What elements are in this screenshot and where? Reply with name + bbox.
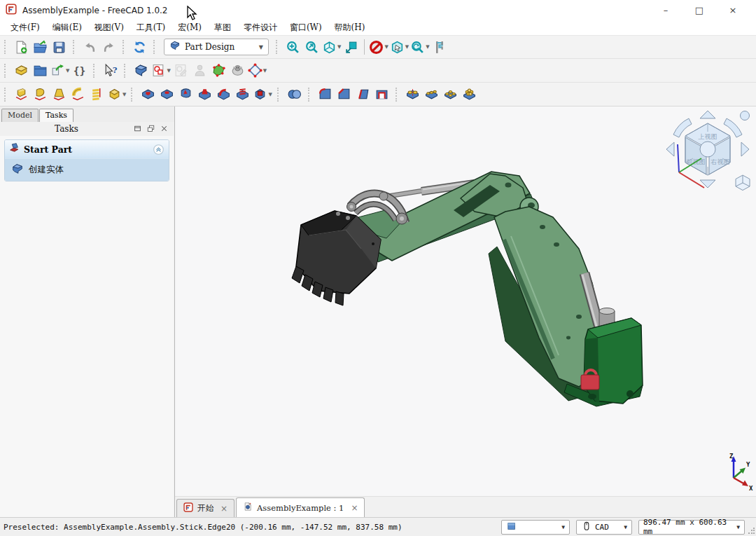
menu-item-2[interactable]: 视图(V) bbox=[88, 20, 130, 35]
toolbar-grip[interactable] bbox=[396, 88, 400, 102]
menu-item-6[interactable]: 零件设计 bbox=[237, 20, 284, 35]
validate-sketch-button[interactable] bbox=[209, 61, 228, 80]
chamfer-button[interactable] bbox=[335, 85, 354, 104]
group-folder-button[interactable] bbox=[31, 61, 50, 80]
dropdown-caret-icon[interactable]: ▼ bbox=[263, 68, 267, 74]
toolbar-grip[interactable] bbox=[124, 64, 128, 78]
save-button[interactable] bbox=[50, 38, 69, 57]
measure-button[interactable] bbox=[430, 38, 449, 57]
zoom-selection-button[interactable] bbox=[302, 38, 321, 57]
align-view-button[interactable] bbox=[342, 38, 360, 57]
additive-helix-button[interactable] bbox=[88, 85, 106, 104]
toolbar-grip[interactable] bbox=[277, 88, 281, 102]
datum-button[interactable]: ▼ bbox=[247, 61, 267, 80]
create-sketch-button[interactable]: ▼ bbox=[150, 61, 171, 80]
additive-loft-button[interactable] bbox=[50, 85, 69, 104]
dropdown-caret-icon[interactable]: ▼ bbox=[167, 68, 170, 74]
linear-pattern-button[interactable] bbox=[422, 85, 441, 104]
nav-mini-cube-icon[interactable] bbox=[736, 175, 750, 191]
boolean-button[interactable] bbox=[285, 85, 304, 104]
collapse-icon[interactable] bbox=[153, 144, 164, 156]
menu-item-5[interactable]: 草图 bbox=[208, 20, 237, 35]
multitransform-button[interactable] bbox=[460, 85, 479, 104]
open-folder-button[interactable] bbox=[31, 38, 50, 57]
groove-button[interactable] bbox=[176, 85, 195, 104]
expression-button[interactable]: {} bbox=[70, 61, 89, 80]
maximize-button[interactable]: □ bbox=[687, 5, 711, 15]
clipping-button[interactable]: ▼ bbox=[368, 38, 388, 57]
close-button[interactable]: × bbox=[721, 5, 745, 15]
navigation-cube[interactable]: 上视图 前视图 右视图 bbox=[664, 109, 755, 200]
navigation-style-selector[interactable]: CAD ▼ bbox=[576, 520, 632, 535]
toolbar-grip[interactable] bbox=[4, 88, 8, 102]
box-selection-button[interactable]: ▼ bbox=[389, 38, 410, 57]
dropdown-caret-icon[interactable]: ▼ bbox=[268, 92, 272, 97]
subtractive-loft-button[interactable] bbox=[195, 85, 214, 104]
toolbar-grip[interactable] bbox=[73, 40, 77, 54]
start-part-section[interactable]: Start Part bbox=[5, 140, 169, 159]
excavator-model[interactable] bbox=[292, 172, 643, 406]
toolbar-grip[interactable] bbox=[308, 88, 312, 102]
revolution-button[interactable] bbox=[31, 85, 50, 104]
dropdown-caret-icon[interactable]: ▼ bbox=[66, 68, 69, 74]
pad-button[interactable] bbox=[12, 85, 31, 104]
overlay-selector[interactable]: ▼ bbox=[501, 520, 570, 535]
additive-primitive-button[interactable]: ▼ bbox=[106, 85, 127, 104]
nav-cube-faces[interactable] bbox=[685, 123, 730, 175]
menu-item-7[interactable]: 窗口(W) bbox=[284, 20, 328, 35]
hole-button[interactable] bbox=[158, 85, 176, 104]
menu-item-4[interactable]: 宏(M) bbox=[172, 20, 208, 35]
mdi-tab-1[interactable]: AssemblyExample : 1× bbox=[236, 497, 365, 517]
redo-button[interactable] bbox=[99, 38, 118, 57]
dimension-selector[interactable]: 896.47 mm x 600.63 mm ▼ bbox=[638, 520, 745, 535]
additive-pipe-button[interactable] bbox=[69, 85, 88, 104]
refresh-button[interactable] bbox=[130, 38, 149, 57]
nav-arrow-up-icon[interactable] bbox=[700, 111, 715, 118]
toolbar-grip[interactable] bbox=[131, 88, 135, 102]
subtractive-pipe-button[interactable] bbox=[214, 85, 233, 104]
dropdown-caret-icon[interactable]: ▼ bbox=[122, 92, 126, 97]
dropdown-caret-icon[interactable]: ▼ bbox=[405, 44, 409, 50]
part-button[interactable] bbox=[12, 61, 31, 80]
panel-float-icon[interactable] bbox=[146, 123, 155, 136]
draft-button[interactable] bbox=[354, 85, 372, 104]
subtractive-primitive-button[interactable]: ▼ bbox=[252, 85, 272, 104]
close-icon[interactable]: × bbox=[351, 503, 358, 513]
rotate-view-button[interactable]: ▼ bbox=[410, 38, 430, 57]
whats-this-button[interactable]: ? bbox=[101, 61, 120, 80]
dropdown-caret-icon[interactable]: ▼ bbox=[426, 44, 429, 50]
panel-minimize-icon[interactable] bbox=[133, 123, 142, 136]
toolbar-grip[interactable] bbox=[153, 40, 158, 54]
menu-item-0[interactable]: 文件(F) bbox=[4, 20, 46, 35]
3d-viewport[interactable]: 上视图 前视图 右视图 bbox=[175, 106, 756, 517]
menu-item-8[interactable]: 帮助(H) bbox=[328, 20, 372, 35]
mirrored-button[interactable] bbox=[403, 85, 422, 104]
axonometric-button[interactable]: ▼ bbox=[321, 38, 342, 57]
close-icon[interactable]: × bbox=[220, 504, 227, 514]
mdi-tab-0[interactable]: 开始× bbox=[176, 499, 234, 517]
toolbar-grip[interactable] bbox=[93, 64, 97, 78]
thickness-button[interactable] bbox=[372, 85, 391, 104]
toolbar-grip[interactable] bbox=[4, 64, 8, 78]
fit-all-button[interactable] bbox=[284, 38, 302, 57]
create-body-button[interactable] bbox=[132, 61, 150, 80]
pocket-button[interactable] bbox=[139, 85, 158, 104]
titlebar[interactable]: AssemblyExample - FreeCAD 1.0.2 – □ × bbox=[0, 0, 756, 20]
menu-item-3[interactable]: 工具(T) bbox=[130, 20, 172, 35]
menu-item-1[interactable]: 编辑(E) bbox=[46, 20, 88, 35]
dropdown-caret-icon[interactable]: ▼ bbox=[384, 44, 388, 50]
make-link-button[interactable]: ▼ bbox=[50, 61, 70, 80]
nav-arrow-right-icon[interactable] bbox=[741, 142, 749, 156]
nav-circle-icon[interactable] bbox=[741, 111, 750, 121]
toolbar-grip[interactable] bbox=[4, 40, 8, 54]
undo-button[interactable] bbox=[80, 38, 99, 57]
fillet-button[interactable] bbox=[316, 85, 335, 104]
dock-tab-model[interactable]: Model bbox=[1, 109, 38, 122]
nav-arrow-left-icon[interactable] bbox=[666, 142, 674, 156]
create-solid-item[interactable]: 创建实体 bbox=[5, 159, 169, 181]
toolbar-grip[interactable] bbox=[122, 40, 127, 54]
dock-tab-tasks[interactable]: Tasks bbox=[39, 109, 74, 122]
subtractive-helix-button[interactable] bbox=[233, 85, 252, 104]
panel-close-icon[interactable] bbox=[160, 123, 169, 136]
polar-pattern-button[interactable] bbox=[441, 85, 460, 104]
